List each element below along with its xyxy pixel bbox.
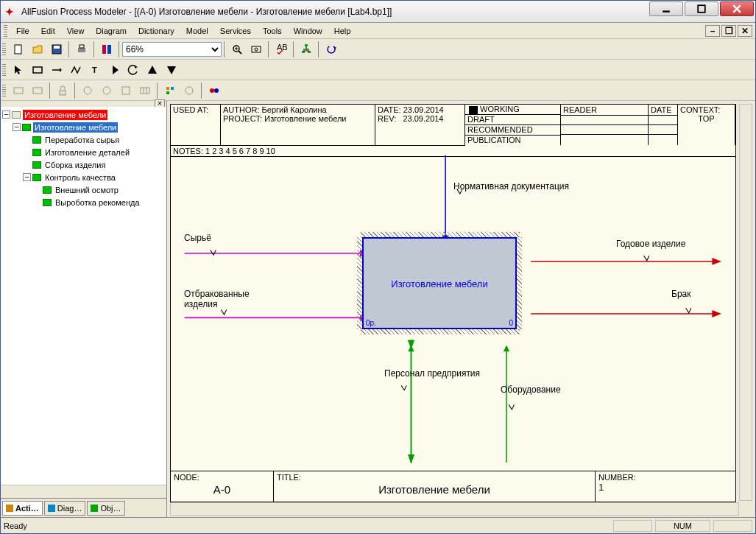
usedat-cell: USED AT: <box>171 105 221 145</box>
tab-diagrams[interactable]: Diag… <box>44 501 86 516</box>
zoom-select[interactable]: 66% <box>122 42 222 57</box>
tab-activities[interactable]: Acti… <box>2 501 43 516</box>
menu-file[interactable]: File <box>10 25 35 37</box>
diagram-nav-tool[interactable] <box>105 61 123 79</box>
menu-model[interactable]: Model <box>180 25 214 37</box>
menu-dictionary[interactable]: Dictionary <box>133 25 180 37</box>
open-button[interactable] <box>29 41 46 58</box>
svg-rect-7 <box>78 48 85 52</box>
svc8-button[interactable] <box>180 82 198 99</box>
new-button[interactable] <box>10 41 27 58</box>
close-button[interactable] <box>720 1 754 16</box>
svc7-button[interactable] <box>161 82 179 99</box>
tree-label[interactable]: Изготовление мебели <box>33 122 118 133</box>
grip[interactable] <box>2 64 6 76</box>
model-explorer-button[interactable] <box>98 41 116 58</box>
model-tree-button[interactable] <box>297 41 315 58</box>
arrow-label-output2[interactable]: Брак <box>671 289 690 299</box>
refresh-button[interactable] <box>322 41 340 58</box>
svg-rect-50 <box>48 505 55 512</box>
tree-node[interactable]: – Изготовление мебели <box>2 121 165 133</box>
zoom-in-button[interactable] <box>228 41 246 58</box>
menu-window[interactable]: Window <box>288 25 328 37</box>
status-cell: WORKING DRAFT RECOMMENDED PUBLICATION <box>465 105 561 145</box>
tree-node[interactable]: – Контроль качества <box>2 171 165 183</box>
collapse-icon[interactable]: – <box>13 123 21 131</box>
tree-label[interactable]: Внешний осмотр <box>54 185 120 195</box>
tree-node[interactable]: Выроботка рекоменда <box>2 196 165 208</box>
arrow-label-output1[interactable]: Годовое изделие <box>616 239 685 249</box>
tree-label[interactable]: Изготовление мебели <box>23 110 107 120</box>
print-button[interactable] <box>73 41 91 58</box>
activity-box-tool[interactable] <box>29 61 46 79</box>
tree-label[interactable]: Изготовление деталей <box>43 147 131 158</box>
child-tool[interactable] <box>163 61 180 79</box>
menu-view[interactable]: View <box>61 25 91 37</box>
mdi-minimize-button[interactable]: – <box>705 25 720 37</box>
svg-rect-8 <box>80 45 84 48</box>
status-pane <box>613 520 652 532</box>
arrow-label-control[interactable]: Нормативная документация <box>453 181 569 192</box>
spellcheck-button[interactable]: ABC <box>272 41 290 58</box>
lock-button[interactable] <box>54 82 71 99</box>
tree-label[interactable]: Сборка изделия <box>43 160 107 170</box>
grip[interactable] <box>2 43 6 55</box>
pointer-tool[interactable] <box>10 61 27 79</box>
arrow-label-mech1[interactable]: Персонал предприятия <box>384 368 480 379</box>
svg-rect-6 <box>54 46 60 49</box>
activity-icon <box>32 174 41 181</box>
mdi-restore-button[interactable]: ❐ <box>721 25 736 37</box>
svc6-button[interactable] <box>136 82 154 99</box>
svg-rect-39 <box>122 87 130 94</box>
maximize-button[interactable] <box>685 1 718 16</box>
activity-box[interactable]: Изготовление мебели 0р. 0 <box>362 237 517 329</box>
tree-node[interactable]: Переработка сырья <box>2 133 165 146</box>
collapse-icon[interactable]: – <box>2 110 10 119</box>
tree-node[interactable]: Изготовление деталей <box>2 146 165 158</box>
tree-label[interactable]: Переработка сырья <box>43 135 121 145</box>
svc5-button[interactable] <box>117 82 135 99</box>
menu-help[interactable]: Help <box>328 25 357 37</box>
tree[interactable]: – Изготовление мебели – Изготовление меб… <box>1 107 166 485</box>
minimize-button[interactable] <box>649 1 683 16</box>
arrow-label-input1[interactable]: Сырьё <box>184 233 211 243</box>
mdi-close-button[interactable]: ✕ <box>738 25 752 37</box>
text-tool[interactable]: T <box>86 61 104 79</box>
tab-objects[interactable]: Obj… <box>87 501 124 516</box>
arrow-tool[interactable] <box>48 61 66 79</box>
squiggle-tool[interactable] <box>67 61 85 79</box>
status-ready: Ready <box>4 521 27 530</box>
tree-node[interactable]: Внешний осмотр <box>2 183 165 196</box>
grip[interactable] <box>4 25 7 37</box>
tree-node[interactable]: Сборка изделия <box>2 158 165 171</box>
svc9-button[interactable] <box>205 82 223 99</box>
save-button[interactable] <box>48 41 66 58</box>
menu-diagram[interactable]: Diagram <box>90 25 133 37</box>
svc2-button[interactable] <box>29 82 46 99</box>
svc4-button[interactable] <box>98 82 116 99</box>
canvas-vscroll[interactable] <box>739 104 752 501</box>
collapse-icon[interactable]: – <box>23 173 31 181</box>
canvas-hscroll[interactable] <box>170 502 739 516</box>
diagram-sheet[interactable]: USED AT: AUTHOR: Бергий Каролина PROJECT… <box>170 104 736 502</box>
arrow-label-input2[interactable]: Отбракованные изделия <box>184 289 258 309</box>
tree-label[interactable]: Контроль качества <box>43 172 117 183</box>
menu-tools[interactable]: Tools <box>257 25 288 37</box>
menu-edit[interactable]: Edit <box>35 25 61 37</box>
idef0-drawing[interactable]: Изготовление мебели 0р. 0 Сырьё Отбраков… <box>171 149 735 471</box>
tree-root[interactable]: – Изготовление мебели <box>2 108 165 121</box>
svg-rect-1 <box>698 5 705 13</box>
svc1-button[interactable] <box>10 82 27 99</box>
arrow-label-mech2[interactable]: Оборудование <box>501 384 561 395</box>
menu-services[interactable]: Services <box>214 25 257 37</box>
activity-label: Изготовление мебели <box>364 278 515 289</box>
grip[interactable] <box>2 85 6 96</box>
parent-tool[interactable] <box>144 61 161 79</box>
zoom-fit-button[interactable] <box>247 41 265 58</box>
explorer-hscroll[interactable] <box>1 485 166 498</box>
tree-label[interactable]: Выроботка рекоменда <box>54 197 141 208</box>
undo-tool[interactable] <box>124 61 142 79</box>
svg-point-37 <box>84 87 91 94</box>
svc3-button[interactable] <box>79 82 96 99</box>
tunnel-hatch <box>361 329 520 334</box>
